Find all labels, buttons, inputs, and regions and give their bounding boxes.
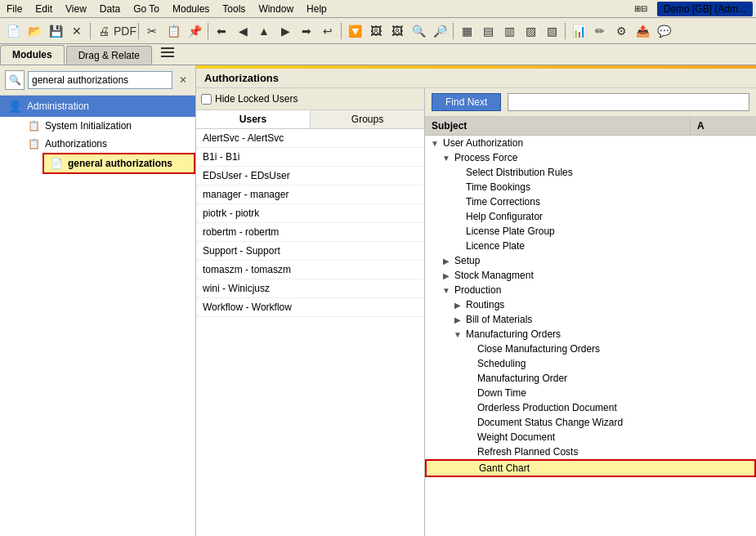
- tree-item[interactable]: ▼Process Force: [425, 150, 756, 165]
- toolbar-grid3[interactable]: ▥: [499, 21, 519, 41]
- tree-item[interactable]: Time Corrections: [425, 194, 756, 209]
- toolbar-chart[interactable]: 📊: [569, 21, 588, 41]
- toolbar-arrow-up[interactable]: ▲: [254, 21, 274, 41]
- tree-toggle-icon[interactable]: ▶: [453, 315, 463, 324]
- tree-item[interactable]: ▶Setup: [425, 253, 756, 268]
- menu-edit[interactable]: Edit: [29, 2, 59, 16]
- toolbar-settings[interactable]: ⚙: [611, 21, 631, 41]
- tree-item[interactable]: ▼User Authorization: [425, 136, 756, 150]
- tree-item[interactable]: Help Configurator: [425, 209, 756, 224]
- title-bar-right: ⊞⊟ Demo [GB] (Adm...: [628, 2, 756, 16]
- user-item[interactable]: Workflow - Workflow: [196, 298, 424, 317]
- toolbar-grid1[interactable]: ▦: [457, 21, 476, 41]
- menu-data[interactable]: Data: [93, 2, 127, 16]
- toolbar-close-doc[interactable]: ✕: [67, 21, 87, 41]
- toolbar-grid2[interactable]: ▤: [478, 21, 498, 41]
- user-item[interactable]: wini - Winicjusz: [196, 279, 424, 298]
- sidebar-item-authorizations[interactable]: 📋 Authorizations: [21, 135, 195, 153]
- toolbar-cut[interactable]: ✂: [142, 21, 162, 41]
- sidebar-item-general-auth[interactable]: 📄 general authorizations: [42, 153, 195, 174]
- sidebar-label-general-auth: general authorizations: [68, 158, 172, 169]
- hide-locked-checkbox[interactable]: [201, 94, 212, 105]
- toolbar-img1[interactable]: 🖼: [366, 21, 386, 41]
- toolbar-search2[interactable]: 🔎: [430, 21, 450, 41]
- tree-item[interactable]: Down Time: [425, 386, 756, 400]
- tree-item[interactable]: Refresh Planned Costs: [425, 444, 756, 459]
- user-item[interactable]: manager - manager: [196, 185, 424, 204]
- toolbar-chat[interactable]: 💬: [654, 21, 673, 41]
- tree-item[interactable]: Weight Document: [425, 430, 756, 444]
- toolbar-search1[interactable]: 🔍: [409, 21, 428, 41]
- find-input[interactable]: [508, 93, 749, 111]
- toolbar-refresh[interactable]: ↩: [318, 21, 338, 41]
- user-item[interactable]: AlertSvc - AlertSvc: [196, 129, 424, 148]
- toolbar-pdf[interactable]: PDF: [115, 21, 135, 41]
- user-item[interactable]: tomaszm - tomaszm: [196, 261, 424, 279]
- tree-toggle-icon[interactable]: ▶: [441, 256, 451, 266]
- tab-modules[interactable]: Modules: [0, 45, 65, 65]
- toolbar-export[interactable]: 📤: [633, 21, 652, 41]
- tree-item[interactable]: Licence Plate: [425, 239, 756, 253]
- tree-toggle-icon[interactable]: ▼: [430, 138, 440, 148]
- tab-groups[interactable]: Groups: [311, 110, 424, 128]
- tree-toggle-icon[interactable]: ▼: [441, 285, 451, 295]
- sidebar-item-administration[interactable]: 👤 Administration: [0, 96, 195, 117]
- tree-item[interactable]: ▶Stock Managment: [425, 268, 756, 283]
- toolbar-new[interactable]: 📄: [3, 21, 23, 41]
- menu-file[interactable]: File: [0, 2, 29, 16]
- user-item[interactable]: Support - Support: [196, 242, 424, 261]
- search-clear-button[interactable]: ✕: [176, 73, 190, 87]
- search-input[interactable]: [28, 71, 172, 89]
- toolbar-arrow-left2[interactable]: ◀: [233, 21, 253, 41]
- toolbar-copy[interactable]: 📋: [163, 21, 183, 41]
- tree-item[interactable]: Orderless Production Document: [425, 400, 756, 415]
- toolbar-save[interactable]: 💾: [46, 21, 65, 41]
- search-icon-btn[interactable]: 🔍: [5, 70, 25, 90]
- tree-item[interactable]: ▶Routings: [425, 297, 756, 312]
- sidebar-item-system-init[interactable]: 📋 System Initialization: [21, 117, 195, 135]
- find-next-button[interactable]: Find Next: [432, 93, 501, 111]
- tree-toggle-icon[interactable]: ▶: [453, 300, 463, 310]
- user-item[interactable]: B1i - B1i: [196, 148, 424, 167]
- tab-users[interactable]: Users: [196, 110, 311, 128]
- toolbar-paste[interactable]: 📌: [185, 21, 204, 41]
- tree-toggle-icon[interactable]: ▼: [453, 329, 463, 339]
- toolbar-arrow-left1[interactable]: ⬅: [212, 21, 231, 41]
- toolbar-img2[interactable]: 🖼: [387, 21, 407, 41]
- user-item[interactable]: EDsUser - EDsUser: [196, 167, 424, 185]
- tree-item[interactable]: Document Status Change Wizard: [425, 415, 756, 430]
- toolbar-print[interactable]: 🖨: [94, 21, 114, 41]
- tree-item[interactable]: Close Manufacturing Orders: [425, 342, 756, 356]
- toolbar-grid5[interactable]: ▧: [542, 21, 561, 41]
- tree-toggle-icon[interactable]: ▶: [441, 270, 451, 280]
- user-item[interactable]: robertm - robertm: [196, 223, 424, 242]
- toolbar-open[interactable]: 📂: [25, 21, 44, 41]
- tree-item[interactable]: Gantt Chart: [425, 459, 756, 477]
- menu-tools[interactable]: Tools: [216, 2, 252, 16]
- toolbar-edit[interactable]: ✏: [590, 21, 610, 41]
- toolbar-filter[interactable]: 🔽: [345, 21, 365, 41]
- toolbar-grid4[interactable]: ▨: [521, 21, 540, 41]
- tree-item[interactable]: Select Distribution Rules: [425, 165, 756, 180]
- tree-item[interactable]: Manufacturing Order: [425, 371, 756, 386]
- tree-item[interactable]: License Plate Group: [425, 224, 756, 239]
- tree-item[interactable]: Time Bookings: [425, 180, 756, 194]
- menu-window[interactable]: Window: [252, 2, 300, 16]
- tree-item[interactable]: ▼Production: [425, 283, 756, 297]
- toolbar-arrow-right2[interactable]: ➡: [297, 21, 316, 41]
- tree-item-label: Weight Document: [477, 431, 555, 443]
- tab-drag-relate[interactable]: Drag & Relate: [66, 46, 152, 65]
- menu-view[interactable]: View: [59, 2, 93, 16]
- menu-modules[interactable]: Modules: [166, 2, 216, 16]
- menu-help[interactable]: Help: [300, 2, 333, 16]
- toolbar-arrow-right[interactable]: ▶: [275, 21, 295, 41]
- tree-item-label: Setup: [454, 255, 480, 266]
- hide-locked-label[interactable]: Hide Locked Users: [201, 93, 297, 105]
- tree-item[interactable]: ▶Bill of Materials: [425, 312, 756, 327]
- tree-toggle-icon[interactable]: ▼: [441, 153, 451, 163]
- menu-goto[interactable]: Go To: [127, 2, 166, 16]
- tree-item[interactable]: ▼Manufacturing Orders: [425, 327, 756, 342]
- tree-item[interactable]: Scheduling: [425, 356, 756, 371]
- hamburger-menu[interactable]: [157, 42, 178, 63]
- user-item[interactable]: piotrk - piotrk: [196, 204, 424, 223]
